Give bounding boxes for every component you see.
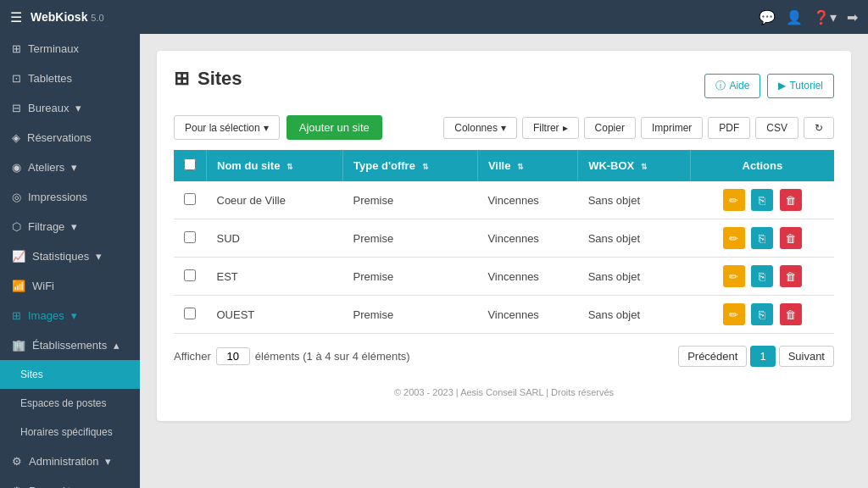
etablissements-icon: 🏢 — [12, 339, 25, 352]
selection-dropdown-button[interactable]: Pour la sélection ▾ — [174, 115, 280, 140]
bureaux-icon: ⊟ — [12, 102, 21, 114]
help-icon[interactable]: ❓▾ — [813, 9, 837, 25]
cell-type: Premise — [342, 181, 477, 219]
row-checkbox[interactable] — [184, 231, 196, 243]
table-row: EST Premise Vincennes Sans objet ✏ ⎘ 🗑 — [174, 258, 834, 296]
logout-icon[interactable]: ➡ — [847, 9, 858, 25]
sidebar-item-terminaux[interactable]: ⊞ Terminaux — [0, 34, 140, 64]
delete-button[interactable]: 🗑 — [780, 265, 802, 287]
delete-button[interactable]: 🗑 — [780, 303, 802, 325]
filtrage-icon: ⬡ — [12, 220, 21, 233]
toolbar-right: Colonnes ▾ Filtrer ▸ Copier Imprimer PDF — [443, 117, 834, 139]
row-check-cell — [174, 296, 207, 334]
csv-button[interactable]: CSV — [755, 117, 798, 139]
dropdown-arrow-icon: ▾ — [501, 122, 506, 134]
sidebar-item-filtrage[interactable]: ⬡ Filtrage ▾ — [0, 212, 140, 241]
sidebar-item-espaces-de-postes[interactable]: Espaces de postes — [0, 389, 140, 418]
aide-button[interactable]: ⓘ Aide — [704, 74, 760, 98]
edit-button[interactable]: ✏ — [723, 227, 745, 249]
sort-icon: ⇅ — [287, 163, 293, 171]
row-checkbox[interactable] — [184, 193, 196, 205]
print-button[interactable]: Imprimer — [641, 117, 703, 139]
row-checkbox[interactable] — [184, 269, 196, 281]
row-check-cell — [174, 258, 207, 296]
per-page-input[interactable] — [216, 347, 250, 365]
sidebar-item-horaires-specifiques[interactable]: Horaires spécifiques — [0, 418, 140, 446]
sidebar-item-label: Terminaux — [28, 42, 79, 55]
col-nom[interactable]: Nom du site ⇅ — [207, 150, 343, 181]
sidebar-item-label: Impressions — [28, 191, 87, 203]
sidebar-item-ateliers[interactable]: ◉ Ateliers ▾ — [0, 152, 140, 182]
filter-button[interactable]: Filtrer ▸ — [522, 117, 579, 139]
page-title: ⊞ Sites — [174, 68, 242, 90]
sites-title-icon: ⊞ — [174, 68, 189, 90]
pdf-button[interactable]: PDF — [708, 117, 750, 139]
edit-button[interactable]: ✏ — [723, 265, 745, 287]
sidebar-item-parametres[interactable]: ⚙ Paramètres — [0, 476, 140, 488]
page-1-button[interactable]: 1 — [750, 346, 775, 367]
copy-row-button[interactable]: ⎘ — [751, 303, 773, 325]
sidebar-item-reservations[interactable]: ◈ Réservations — [0, 123, 140, 152]
sidebar-item-etablissements[interactable]: 🏢 Établissements ▴ — [0, 330, 140, 360]
col-type[interactable]: Type d'offre ⇅ — [342, 150, 477, 181]
table-row: Coeur de Ville Premise Vincennes Sans ob… — [174, 181, 834, 219]
sites-table: Nom du site ⇅ Type d'offre ⇅ Ville ⇅ W — [174, 150, 834, 334]
sidebar-item-label: Réservations — [27, 131, 92, 144]
cell-ville: Vincennes — [477, 181, 577, 219]
sidebar-item-label: Filtrage — [28, 220, 64, 233]
sidebar-item-statistiques[interactable]: 📈 Statistiques ▾ — [0, 241, 140, 271]
sidebar: ⊞ Terminaux ⊡ Tablettes ⊟ Bureaux ▾ ◈ Ré… — [0, 34, 140, 488]
sidebar-item-label: WiFi — [32, 280, 54, 292]
pagination-controls: Précédent 1 Suivant — [678, 346, 834, 367]
select-all-checkbox[interactable] — [184, 158, 196, 170]
chevron-down-icon: ▾ — [96, 250, 102, 263]
edit-button[interactable]: ✏ — [723, 303, 745, 325]
footer: © 2003 - 2023 | Aesis Conseil SARL | Dro… — [174, 380, 834, 404]
cell-actions: ✏ ⎘ 🗑 — [690, 181, 834, 219]
tutoriel-button[interactable]: ▶ Tutoriel — [767, 74, 834, 98]
sidebar-item-sites[interactable]: Sites — [0, 360, 140, 389]
refresh-icon: ↻ — [815, 122, 823, 134]
dropdown-arrow-icon: ▾ — [264, 122, 269, 134]
row-checkbox[interactable] — [184, 308, 196, 319]
cell-wkbox: Sans objet — [578, 258, 691, 296]
chevron-down-icon: ▾ — [75, 102, 81, 114]
col-actions: Actions — [690, 150, 834, 181]
copy-button[interactable]: Copier — [584, 117, 636, 139]
terminaux-icon: ⊞ — [12, 42, 21, 55]
col-ville[interactable]: Ville ⇅ — [477, 150, 577, 181]
cell-type: Premise — [342, 219, 477, 258]
cell-actions: ✏ ⎘ 🗑 — [690, 258, 834, 296]
add-site-button[interactable]: Ajouter un site — [287, 115, 382, 140]
next-page-button[interactable]: Suivant — [779, 346, 834, 367]
delete-button[interactable]: 🗑 — [780, 227, 802, 249]
col-wkbox[interactable]: WK-BOX ⇅ — [578, 150, 691, 181]
columns-button[interactable]: Colonnes ▾ — [443, 117, 517, 139]
user-icon[interactable]: 👤 — [786, 9, 803, 25]
copy-row-button[interactable]: ⎘ — [751, 227, 773, 249]
sidebar-item-wifi[interactable]: 📶 WiFi — [0, 271, 140, 301]
copy-row-button[interactable]: ⎘ — [751, 265, 773, 287]
sidebar-item-images[interactable]: ⊞ Images ▾ — [0, 301, 140, 330]
edit-button[interactable]: ✏ — [723, 189, 745, 211]
sidebar-item-bureaux[interactable]: ⊟ Bureaux ▾ — [0, 93, 140, 123]
sidebar-item-label: Établissements — [32, 339, 107, 352]
sidebar-item-tablettes[interactable]: ⊡ Tablettes — [0, 64, 140, 93]
menu-icon[interactable]: ☰ — [10, 9, 22, 25]
parametres-icon: ⚙ — [12, 485, 22, 488]
sidebar-item-administration[interactable]: ⚙ Administration ▾ — [0, 446, 140, 476]
chat-icon[interactable]: 💬 — [759, 9, 776, 25]
cell-nom: SUD — [207, 219, 343, 258]
cell-wkbox: Sans objet — [578, 219, 691, 258]
sidebar-item-label: Administration — [29, 455, 98, 468]
cell-ville: Vincennes — [477, 296, 577, 334]
cell-type: Premise — [342, 296, 477, 334]
page-actions: ⓘ Aide ▶ Tutoriel — [704, 74, 834, 98]
sidebar-item-impressions[interactable]: ◎ Impressions — [0, 182, 140, 212]
main-layout: ⊞ Terminaux ⊡ Tablettes ⊟ Bureaux ▾ ◈ Ré… — [0, 34, 868, 488]
refresh-button[interactable]: ↻ — [804, 117, 834, 139]
copy-row-button[interactable]: ⎘ — [751, 189, 773, 211]
cell-wkbox: Sans objet — [578, 296, 691, 334]
prev-page-button[interactable]: Précédent — [678, 346, 747, 367]
delete-button[interactable]: 🗑 — [780, 189, 802, 211]
